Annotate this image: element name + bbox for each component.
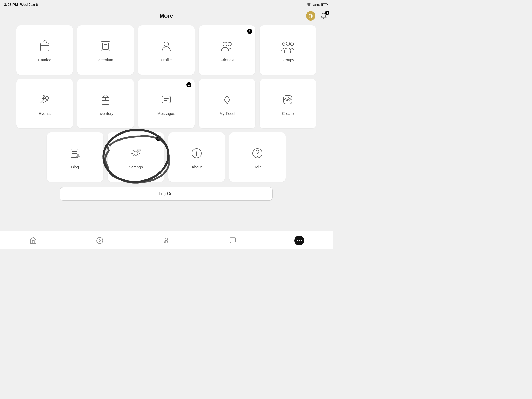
help-item[interactable]: Help [229,132,286,182]
blog-icon-area [67,145,83,161]
svg-rect-18 [162,96,170,103]
header-icons: 1 [306,11,328,21]
svg-point-13 [282,43,285,45]
notification-button[interactable]: 1 [319,11,328,21]
status-bar: 3:08 PM Wed Jan 6 31% [0,0,332,9]
friends-label: Friends [221,58,234,62]
grid-row-1: Catalog Premium Profile [16,25,317,75]
header: More 1 [0,9,332,22]
profile-icon-area [158,38,174,54]
premium-item[interactable]: Premium [77,25,134,75]
catalog-item[interactable]: Catalog [16,25,73,75]
nav-more[interactable] [291,234,307,247]
nav-chat[interactable] [225,234,241,247]
events-item[interactable]: Events [16,79,73,128]
svg-point-30 [97,237,103,243]
svg-rect-8 [104,45,107,48]
help-label: Help [254,165,262,169]
svg-point-0 [309,6,309,6]
svg-point-22 [134,151,138,155]
myfeed-label: My Feed [220,111,235,116]
settings-badge: 1 [156,136,161,141]
svg-marker-31 [99,239,101,242]
events-icon-area [37,92,52,108]
grid-row-2: Events Inventory 1 Mes [16,79,317,128]
bottom-nav [0,231,332,249]
messages-badge: 1 [186,82,191,87]
messages-icon-area [158,92,174,108]
svg-rect-2 [322,4,323,6]
friends-icon-area [219,38,235,54]
page-title: More [159,12,173,19]
time: 3:08 PM [4,3,18,7]
status-left: 3:08 PM Wed Jan 6 [4,3,38,7]
svg-point-14 [291,43,294,45]
create-label: Create [282,111,294,116]
profile-label: Profile [161,58,172,62]
logout-area: Log Out [0,185,332,203]
groups-icon-area [280,38,296,54]
messages-item[interactable]: 1 Messages [138,79,195,128]
svg-point-9 [164,42,169,46]
create-item[interactable]: </> Create [260,79,316,128]
create-icon-area: </> [280,92,296,108]
friends-item[interactable]: 1 Friends [199,25,255,75]
nav-discover[interactable] [92,234,108,247]
groups-label: Groups [281,58,294,62]
status-right: 31% [307,3,328,7]
svg-rect-5 [41,43,49,51]
svg-point-10 [223,42,227,46]
svg-point-29 [257,156,258,157]
robux-icon[interactable] [306,11,315,21]
blog-label: Blog [71,165,79,169]
logout-button[interactable]: Log Out [60,187,273,201]
settings-label: Settings [129,165,143,169]
battery-percent: 31% [313,3,320,7]
help-icon-area [250,145,265,161]
about-item[interactable]: About [168,132,225,182]
myfeed-item[interactable]: My Feed [199,79,255,128]
events-label: Events [39,111,51,116]
catalog-icon-area [37,38,52,54]
settings-item[interactable]: 1 Settings [108,132,164,182]
inventory-icon-area [98,92,113,108]
settings-icon-area [128,145,144,161]
svg-point-12 [286,42,290,45]
messages-label: Messages [157,111,175,116]
notification-badge: 1 [325,11,329,15]
inventory-item[interactable]: Inventory [77,79,134,128]
profile-item[interactable]: Profile [138,25,195,75]
groups-item[interactable]: Groups [260,25,316,75]
wifi-icon [307,3,311,6]
svg-text:</>: </> [284,96,292,102]
main-content: Catalog Premium Profile [0,22,332,185]
about-icon-area [189,145,204,161]
blog-item[interactable]: Blog [47,132,103,182]
premium-icon-area [98,38,113,54]
friends-badge: 1 [247,29,252,34]
svg-point-27 [196,151,197,151]
svg-point-32 [165,238,167,240]
more-dots-icon [294,236,304,245]
svg-marker-4 [310,15,312,17]
catalog-label: Catalog [38,58,51,62]
nav-avatar[interactable] [158,234,174,247]
premium-label: Premium [98,58,113,62]
battery-icon [321,3,328,6]
myfeed-icon-area [219,92,235,108]
svg-point-17 [105,98,106,99]
date: Wed Jan 6 [20,3,38,7]
svg-point-11 [228,42,231,46]
nav-home[interactable] [25,234,41,247]
about-label: About [191,165,202,169]
grid-row-3: Blog 1 Settings [16,132,317,182]
inventory-label: Inventory [97,111,114,116]
svg-rect-7 [102,43,109,49]
